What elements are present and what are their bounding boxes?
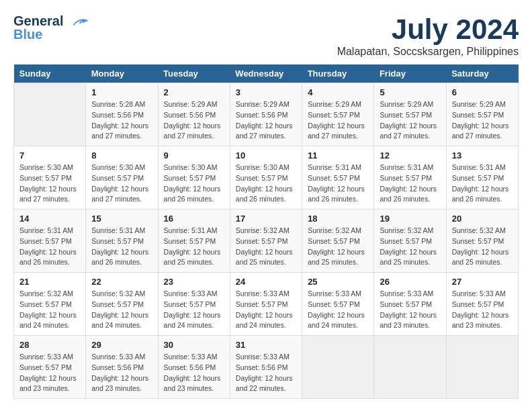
calendar-cell: 24Sunrise: 5:33 AM Sunset: 5:57 PM Dayli… — [230, 273, 302, 336]
day-number: 17 — [236, 214, 296, 224]
day-info: Sunrise: 5:33 AM Sunset: 5:57 PM Dayligh… — [164, 289, 224, 331]
calendar-cell: 29Sunrise: 5:33 AM Sunset: 5:56 PM Dayli… — [86, 336, 158, 399]
calendar-cell: 13Sunrise: 5:31 AM Sunset: 5:57 PM Dayli… — [446, 146, 518, 210]
day-info: Sunrise: 5:32 AM Sunset: 5:57 PM Dayligh… — [452, 226, 513, 268]
day-number: 10 — [236, 150, 296, 161]
day-info: Sunrise: 5:29 AM Sunset: 5:57 PM Dayligh… — [308, 99, 368, 142]
header-wednesday: Wednesday — [230, 64, 302, 83]
header-friday: Friday — [374, 64, 446, 83]
day-info: Sunrise: 5:33 AM Sunset: 5:56 PM Dayligh… — [236, 352, 296, 394]
calendar-cell: 2Sunrise: 5:29 AM Sunset: 5:56 PM Daylig… — [158, 83, 230, 146]
day-info: Sunrise: 5:33 AM Sunset: 5:56 PM Dayligh… — [164, 352, 224, 394]
calendar-cell: 23Sunrise: 5:33 AM Sunset: 5:57 PM Dayli… — [158, 273, 230, 336]
day-info: Sunrise: 5:31 AM Sunset: 5:57 PM Dayligh… — [380, 163, 440, 205]
location-subtitle: Malapatan, Soccsksargen, Philippines — [337, 46, 519, 58]
logo-general: General — [13, 13, 63, 28]
header-saturday: Saturday — [446, 64, 518, 83]
calendar-cell: 7Sunrise: 5:30 AM Sunset: 5:57 PM Daylig… — [14, 146, 86, 210]
day-number: 3 — [236, 87, 296, 97]
day-info: Sunrise: 5:33 AM Sunset: 5:57 PM Dayligh… — [452, 289, 513, 331]
calendar-cell — [302, 336, 374, 399]
day-number: 13 — [452, 150, 513, 161]
calendar-header-row: SundayMondayTuesdayWednesdayThursdayFrid… — [14, 64, 519, 83]
day-info: Sunrise: 5:29 AM Sunset: 5:57 PM Dayligh… — [452, 99, 513, 142]
header-tuesday: Tuesday — [158, 64, 230, 83]
day-number: 6 — [452, 87, 513, 97]
day-info: Sunrise: 5:33 AM Sunset: 5:57 PM Dayligh… — [236, 289, 296, 331]
calendar-table: SundayMondayTuesdayWednesdayThursdayFrid… — [13, 64, 519, 399]
day-number: 27 — [452, 277, 513, 287]
calendar-cell: 14Sunrise: 5:31 AM Sunset: 5:57 PM Dayli… — [14, 210, 86, 273]
calendar-cell: 8Sunrise: 5:30 AM Sunset: 5:57 PM Daylig… — [86, 146, 158, 210]
day-info: Sunrise: 5:32 AM Sunset: 5:57 PM Dayligh… — [236, 226, 296, 268]
calendar-cell: 9Sunrise: 5:30 AM Sunset: 5:57 PM Daylig… — [158, 146, 230, 210]
calendar-cell: 12Sunrise: 5:31 AM Sunset: 5:57 PM Dayli… — [374, 146, 446, 210]
calendar-cell: 18Sunrise: 5:32 AM Sunset: 5:57 PM Dayli… — [302, 210, 374, 273]
day-number: 18 — [308, 214, 368, 224]
calendar-cell: 16Sunrise: 5:31 AM Sunset: 5:57 PM Dayli… — [158, 210, 230, 273]
day-info: Sunrise: 5:31 AM Sunset: 5:57 PM Dayligh… — [91, 226, 152, 268]
calendar-cell — [374, 336, 446, 399]
day-number: 1 — [91, 87, 152, 97]
calendar-cell — [14, 83, 86, 146]
day-number: 12 — [380, 150, 440, 161]
calendar-cell: 4Sunrise: 5:29 AM Sunset: 5:57 PM Daylig… — [302, 83, 374, 146]
day-info: Sunrise: 5:30 AM Sunset: 5:57 PM Dayligh… — [164, 163, 224, 205]
day-info: Sunrise: 5:31 AM Sunset: 5:57 PM Dayligh… — [19, 226, 80, 268]
day-number: 14 — [19, 214, 80, 224]
day-info: Sunrise: 5:33 AM Sunset: 5:57 PM Dayligh… — [308, 289, 368, 331]
day-info: Sunrise: 5:29 AM Sunset: 5:56 PM Dayligh… — [236, 99, 296, 142]
calendar-cell: 1Sunrise: 5:28 AM Sunset: 5:56 PM Daylig… — [86, 83, 158, 146]
calendar-cell: 20Sunrise: 5:32 AM Sunset: 5:57 PM Dayli… — [446, 210, 518, 273]
calendar-cell: 11Sunrise: 5:31 AM Sunset: 5:57 PM Dayli… — [302, 146, 374, 210]
calendar-cell: 28Sunrise: 5:33 AM Sunset: 5:57 PM Dayli… — [14, 336, 86, 399]
day-number: 28 — [19, 340, 80, 350]
day-number: 19 — [380, 214, 440, 224]
calendar-cell: 22Sunrise: 5:32 AM Sunset: 5:57 PM Dayli… — [86, 273, 158, 336]
logo: General Blue — [13, 13, 89, 42]
day-info: Sunrise: 5:30 AM Sunset: 5:57 PM Dayligh… — [91, 163, 152, 205]
day-number: 25 — [308, 277, 368, 287]
calendar-week-row: 21Sunrise: 5:32 AM Sunset: 5:57 PM Dayli… — [14, 273, 519, 336]
calendar-cell: 17Sunrise: 5:32 AM Sunset: 5:57 PM Dayli… — [230, 210, 302, 273]
day-number: 9 — [164, 150, 224, 161]
header-thursday: Thursday — [302, 64, 374, 83]
page-header: General Blue July 2024 Malapatan, Soccsk… — [13, 13, 519, 58]
day-number: 15 — [91, 214, 152, 224]
logo-blue: Blue — [13, 27, 42, 42]
day-number: 31 — [236, 340, 296, 350]
day-info: Sunrise: 5:31 AM Sunset: 5:57 PM Dayligh… — [308, 163, 368, 205]
day-info: Sunrise: 5:29 AM Sunset: 5:56 PM Dayligh… — [164, 99, 224, 142]
calendar-cell: 5Sunrise: 5:29 AM Sunset: 5:57 PM Daylig… — [374, 83, 446, 146]
calendar-cell: 6Sunrise: 5:29 AM Sunset: 5:57 PM Daylig… — [446, 83, 518, 146]
calendar-cell: 3Sunrise: 5:29 AM Sunset: 5:56 PM Daylig… — [230, 83, 302, 146]
calendar-week-row: 7Sunrise: 5:30 AM Sunset: 5:57 PM Daylig… — [14, 146, 519, 210]
day-number: 2 — [164, 87, 224, 97]
calendar-cell: 21Sunrise: 5:32 AM Sunset: 5:57 PM Dayli… — [14, 273, 86, 336]
calendar-cell: 19Sunrise: 5:32 AM Sunset: 5:57 PM Dayli… — [374, 210, 446, 273]
calendar-cell: 10Sunrise: 5:30 AM Sunset: 5:57 PM Dayli… — [230, 146, 302, 210]
day-number: 4 — [308, 87, 368, 97]
calendar-cell: 25Sunrise: 5:33 AM Sunset: 5:57 PM Dayli… — [302, 273, 374, 336]
calendar-cell: 30Sunrise: 5:33 AM Sunset: 5:56 PM Dayli… — [158, 336, 230, 399]
calendar-cell: 27Sunrise: 5:33 AM Sunset: 5:57 PM Dayli… — [446, 273, 518, 336]
day-number: 8 — [91, 150, 152, 161]
day-number: 21 — [19, 277, 80, 287]
calendar-week-row: 14Sunrise: 5:31 AM Sunset: 5:57 PM Dayli… — [14, 210, 519, 273]
day-info: Sunrise: 5:32 AM Sunset: 5:57 PM Dayligh… — [380, 226, 440, 268]
day-number: 22 — [91, 277, 152, 287]
day-info: Sunrise: 5:32 AM Sunset: 5:57 PM Dayligh… — [91, 289, 152, 331]
day-info: Sunrise: 5:31 AM Sunset: 5:57 PM Dayligh… — [164, 226, 224, 268]
calendar-cell — [446, 336, 518, 399]
calendar-cell: 15Sunrise: 5:31 AM Sunset: 5:57 PM Dayli… — [86, 210, 158, 273]
day-info: Sunrise: 5:28 AM Sunset: 5:56 PM Dayligh… — [91, 99, 152, 142]
day-info: Sunrise: 5:33 AM Sunset: 5:56 PM Dayligh… — [91, 352, 152, 394]
calendar-week-row: 28Sunrise: 5:33 AM Sunset: 5:57 PM Dayli… — [14, 336, 519, 399]
logo-bird-icon — [69, 16, 89, 28]
day-number: 5 — [380, 87, 440, 97]
header-monday: Monday — [86, 64, 158, 83]
title-section: July 2024 Malapatan, Soccsksargen, Phili… — [337, 13, 519, 58]
day-info: Sunrise: 5:32 AM Sunset: 5:57 PM Dayligh… — [19, 289, 80, 331]
day-info: Sunrise: 5:33 AM Sunset: 5:57 PM Dayligh… — [19, 352, 80, 394]
day-number: 30 — [164, 340, 224, 350]
